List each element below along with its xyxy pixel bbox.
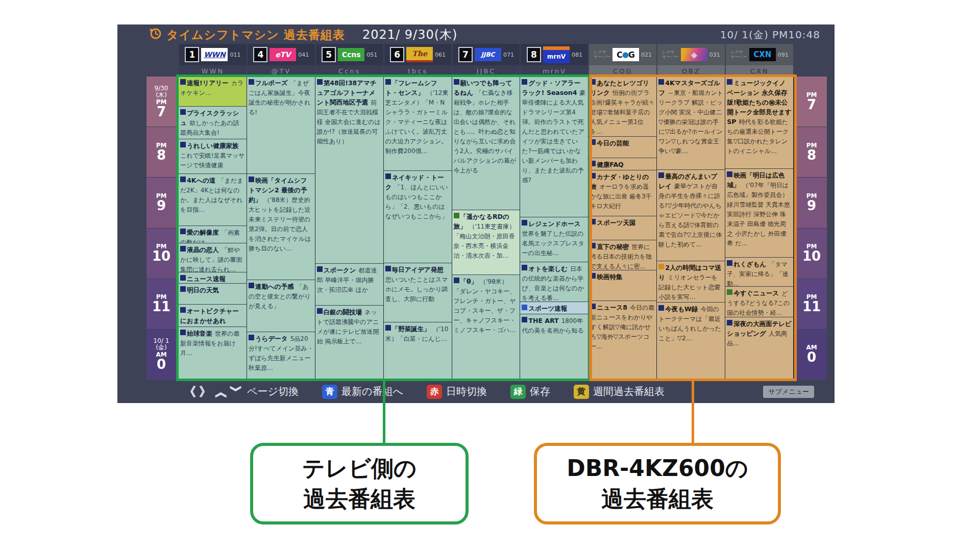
channel-header-@TV[interactable]: 4eTV041 xyxy=(248,44,315,65)
program-cell[interactable]: うらデータ 5品20分!すべてメイン並み・ずぼら先生新メニュー秋葉原… xyxy=(247,332,315,380)
program-cell[interactable]: 液晶の恋人 「鮮やかに映して」謎の覆面集団に連れ去られ… xyxy=(179,243,247,272)
obz-logo-icon: ◆ xyxy=(681,48,707,61)
program-desc: 世界を魅了した伝説の名馬エックスプレスターの出生秘… xyxy=(522,230,584,257)
program-badge-icon xyxy=(590,79,596,85)
time-hour: 0 xyxy=(157,358,166,371)
program-badge-icon xyxy=(180,246,186,252)
program-cell[interactable]: ニュース速報 xyxy=(179,272,247,284)
program-cell[interactable]: カナダ・ゆとりの旅 オーロラを求め遥かな旅に出発 厳冬3千キロ大紀行 xyxy=(589,170,656,216)
program-title: 「野菜誕生」 xyxy=(392,325,430,333)
channel-header-COG[interactable]: レグザ サーバーC●G021 xyxy=(589,44,656,65)
program-cell[interactable]: れくざもん 「タマ子、実家に帰る」「連動… xyxy=(725,258,793,287)
channel-code: 041 xyxy=(298,52,309,58)
program-desc: 時代を彩る歌姫たちの厳選未公開トーク集▽口説かれたタレントのイニシャル… xyxy=(727,118,789,155)
program-desc: 豪華俳優陣による大人気ドラマシリーズ第4弾。前作のラストで死んだと思われていたア… xyxy=(522,89,585,184)
program-cell[interactable]: 「野菜誕生」 （'10米）「白菜・にんじ… xyxy=(384,322,452,380)
program-cell[interactable]: 今日の芸能 xyxy=(589,137,656,158)
channel-header-JJBC[interactable]: 7JJBC071 xyxy=(453,44,520,65)
program-cell[interactable]: 映画特集 xyxy=(589,270,656,301)
program-cell[interactable]: 「フレームシフト・センス」 （'12東芝エンタメ）「M・Nシャララ・ガトーミルク… xyxy=(384,77,452,171)
page-left-icon[interactable]: 《 xyxy=(184,384,196,399)
channel-code: 021 xyxy=(641,52,652,58)
program-badge-icon xyxy=(454,79,459,85)
program-badge-icon xyxy=(727,289,732,295)
program-cell[interactable]: 今夜もW録 今回のトークテーマは「最近いちばんうれしかったこと」▽2… xyxy=(657,303,725,380)
channel-header-Ccns[interactable]: 5Ccns051 xyxy=(316,44,383,65)
program-cell[interactable]: 白銀の闘技場 ネットで話題沸騰中のアニメが遂にテレビ放送開始 掲示板上で… xyxy=(315,306,383,380)
program-cell[interactable]: ネイキッド・トーク 「1、ほんとにいいものはいつもここから」「2、悪いものはなぜ… xyxy=(384,171,452,263)
青-key-icon: 青 xyxy=(322,385,337,399)
program-badge-icon xyxy=(180,330,186,335)
program-badge-icon xyxy=(180,307,186,313)
program-cell[interactable]: ミュージックイノベーション 永久保存版!歌姫たちの㊙未公開トーク全部見せますSP… xyxy=(725,77,793,169)
program-badge-icon xyxy=(727,79,732,85)
program-desc: （'88米）歴史的大ヒットを記録した近未来ミステリー待望の第2弾。目の前で恋人を… xyxy=(249,196,311,252)
program-cell[interactable]: 4Kマスターズゴルフ ～東京・船堀カントリークラブ 解説・ビッグ小関 実況・中山… xyxy=(657,77,725,170)
page-title: タイムシフトマシン 過去番組表 xyxy=(166,27,345,43)
program-title: 今日の芸能 xyxy=(597,139,629,147)
program-cell[interactable]: 毎日アイデア発想 思いついたことはスマホにメモ。しっかり調査し、大胆に行動 xyxy=(384,263,452,322)
program-desc: これで安眠!足裏マッサージで快適健康 xyxy=(180,152,245,169)
program-cell[interactable]: レジェンドホース 世界を魅了した伝説の名馬エックスプレスターの出生秘… xyxy=(520,217,588,262)
channel-header-OBZ[interactable]: レグザ サーバー◆031 xyxy=(657,44,725,65)
program-cell[interactable]: 健康FAQ xyxy=(589,158,656,171)
color-button-黄[interactable]: 黄週間過去番組表 xyxy=(574,385,665,399)
program-cell[interactable]: 映画「タイムシフトマシン2 最後の予約」 （'88米）歴史的大ヒットを記録した近… xyxy=(247,174,315,280)
program-cell[interactable]: あなたとレツゴリリンク 恒例の街ブラ企画!爆笑キャラが続々登場▽老舗和菓子店の人… xyxy=(589,77,656,137)
program-cell[interactable]: 「θ」 （'98米）「ダレン・ヤコキー、フレンチ・ガトー、ヤコブ・スキー、ザ・フ… xyxy=(452,275,520,380)
program-cell[interactable]: 第48回!38アマチュアゴルフトーナメント関西地区予選 前回王者不在で大混戦模様… xyxy=(315,77,383,264)
color-button-緑[interactable]: 緑保存 xyxy=(510,385,550,399)
color-button-赤[interactable]: 赤日時切換 xyxy=(427,385,487,399)
channel-header-CXN[interactable]: レグザ サーバーCXN091 xyxy=(726,44,793,65)
program-cell[interactable]: スポーツ天国 xyxy=(589,216,656,241)
program-cell[interactable]: スポーツ速報 xyxy=(520,302,588,314)
program-badge-icon xyxy=(727,320,732,325)
channel-name-mrnV: mrnV xyxy=(521,65,588,77)
program-cell[interactable]: 深夜の大画面テレビショッピング 人気商品… xyxy=(725,317,793,380)
program-cell[interactable]: グッド・ソアラーラック! Season4 豪華俳優陣による大人気ドラマシリーズ第… xyxy=(520,77,588,217)
submenu-button[interactable]: サブメニュー xyxy=(763,386,814,398)
program-cell[interactable]: 速報!リアリー カラオケキン… xyxy=(179,77,247,107)
channel-header-tbcs[interactable]: 6The061 xyxy=(384,44,452,65)
program-cell[interactable]: 直下の秘密 世界に誇る日本の技術力を陰で支える人々に密… xyxy=(589,240,656,270)
program-badge-icon xyxy=(317,79,323,85)
program-title: 白銀の闘技場 xyxy=(324,308,362,316)
program-cell[interactable]: うれしい健康家族 これで安眠!足裏マッサージで快適健康 xyxy=(179,139,247,174)
callout-line: DBR-4KZ600の xyxy=(567,453,748,484)
color-button-青[interactable]: 青最新の番組へ xyxy=(322,385,403,399)
grid-date-top: 9/30 (木) xyxy=(155,85,168,98)
jjbc-logo-icon: JJBC xyxy=(475,48,501,61)
color-button-label: 日時切換 xyxy=(446,385,487,398)
channel-name-tbcs: tbcs xyxy=(384,65,452,77)
channel-header-WWN[interactable]: 1WWN011 xyxy=(179,44,247,65)
program-cell[interactable]: 連勤への予感 「あの空と彼女との繋がりが見える」 xyxy=(247,280,315,332)
program-cell[interactable]: オートピクチャーにおまかせあれ xyxy=(179,305,247,327)
program-cell[interactable]: 明日の天気 xyxy=(179,284,247,305)
program-cell[interactable]: THE ART 1800年代の美を名画から知る xyxy=(520,314,588,380)
page-down-icon[interactable]: 《 xyxy=(228,386,243,398)
program-cell[interactable]: 2人の時間はコマ送り ミリオンセラーを記録した大ヒット恋愛小説を実写… xyxy=(657,261,725,303)
page-right-icon[interactable]: 》 xyxy=(199,384,211,399)
program-cell[interactable]: 「遥かなるRDの旅」 （'11東芝書庫）「梅山文治朗・原田香奈・西木亮・横浜金治… xyxy=(452,210,520,275)
program-cell[interactable]: 願いつでも降ってるねん 「仁義なき移籍戦争」ホレた相手は、敵の娘?運命的な出会い… xyxy=(452,77,520,210)
program-cell[interactable]: 4Kへの道 「まだまだ2K」4Kとは何なのか。また人はなぜそれを目指… xyxy=(179,174,247,226)
program-cell[interactable]: 今すぐニュース どうする?どうなる?この国の社会情勢・経… xyxy=(725,287,793,317)
program-cell[interactable]: プライスクラッシュ 欲しかったあの話題商品大集合! xyxy=(179,107,247,139)
program-cell[interactable]: 愛の解像度 「画素の数だけ… xyxy=(179,226,247,244)
program-cell[interactable]: 映画「明日は広色域」 （'07年『明日は広色域』製作委員会）緑川雪雄監督 天貴木… xyxy=(725,169,793,258)
program-cell[interactable]: フルポーズ 「まぜごはん家族誕生」今夜誕生の秘密が明かされる! xyxy=(247,77,315,174)
program-cell[interactable]: 始球音楽 世界の最新音楽情報をお届け 月… xyxy=(179,327,247,380)
program-cell[interactable]: ニュース8 今日の最新ニュースをわかりやすく解説▽俺に訊かせろ▽海外▽スポーツコ… xyxy=(589,301,656,380)
program-cell[interactable]: 最高のざんまいプレイ 豪華ゲストが自身の半生を赤裸々に語る!▽少年時代のやんちゃ… xyxy=(657,170,725,261)
color-button-label: 最新の番組へ xyxy=(341,385,403,398)
channel-number: 6 xyxy=(390,47,404,62)
program-desc: 欲しかったあの話題商品大集合! xyxy=(180,119,239,136)
channel-header-mrnV[interactable]: 8mrnV081 xyxy=(521,44,588,65)
page-up-icon[interactable]: 《 xyxy=(213,386,228,398)
program-desc: ～東京・船堀カントリークラブ 解説・ビッグ小関 実況・中山健二▽優勝の栄冠は誰の… xyxy=(658,89,723,155)
program-cell[interactable]: スポークン 都道達郎 早峰洋平・堀内勝次・拓沼広幸 ほか xyxy=(315,264,383,306)
program-cell[interactable]: オトを楽しむ 日本の伝統的な楽器から学び、音楽とは何なのかを考える番… xyxy=(520,262,588,302)
color-button-label: 週間過去番組表 xyxy=(593,385,665,398)
program-badge-icon xyxy=(249,79,254,85)
program-desc: （'07年『明日は広色域』製作委員会）緑川雪雄監督 天貴木悠 実田詩行 深野公伸… xyxy=(727,182,790,247)
